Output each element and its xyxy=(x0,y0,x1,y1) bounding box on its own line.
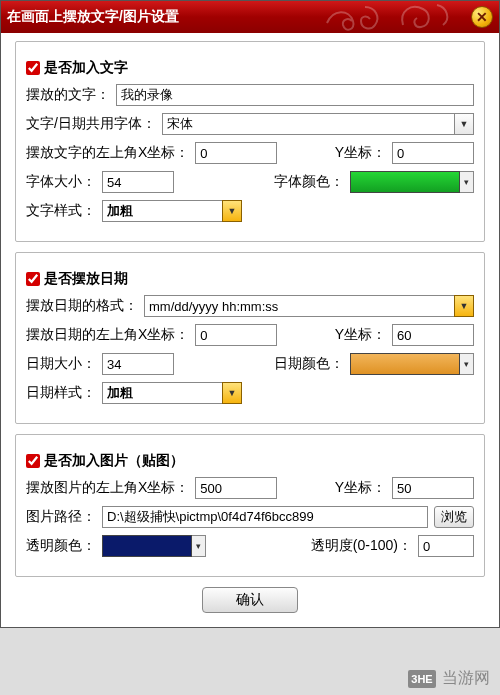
text-y-input[interactable] xyxy=(392,142,474,164)
opacity-input[interactable] xyxy=(418,535,474,557)
font-select[interactable] xyxy=(162,113,454,135)
date-y-input[interactable] xyxy=(392,324,474,346)
date-style-label: 日期样式： xyxy=(26,384,96,402)
close-button[interactable]: ✕ xyxy=(471,6,493,28)
date-style-dropdown-button[interactable]: ▼ xyxy=(222,382,242,404)
image-x-label: 摆放图片的左上角X坐标： xyxy=(26,479,189,497)
date-format-label: 摆放日期的格式： xyxy=(26,297,138,315)
opacity-label: 透明度(0-100)： xyxy=(311,537,412,555)
date-size-input[interactable] xyxy=(102,353,174,375)
text-size-input[interactable] xyxy=(102,171,174,193)
titlebar-decoration xyxy=(319,0,459,33)
text-x-label: 摆放文字的左上角X坐标： xyxy=(26,144,189,162)
text-color-swatch[interactable] xyxy=(350,171,460,193)
font-label: 文字/日期共用字体： xyxy=(26,115,156,133)
enable-image-label: 是否加入图片（贴图） xyxy=(44,452,184,470)
date-format-select[interactable] xyxy=(144,295,454,317)
titlebar: 在画面上摆放文字/图片设置 ✕ xyxy=(1,1,499,33)
image-x-input[interactable] xyxy=(195,477,277,499)
trans-color-swatch[interactable] xyxy=(102,535,192,557)
text-y-label: Y坐标： xyxy=(335,144,386,162)
image-path-label: 图片路径： xyxy=(26,508,96,526)
watermark-text: 当游网 xyxy=(442,668,490,689)
close-icon: ✕ xyxy=(476,9,488,25)
date-size-label: 日期大小： xyxy=(26,355,96,373)
image-path-input[interactable] xyxy=(102,506,428,528)
settings-window: 在画面上摆放文字/图片设置 ✕ 是否加入文字 摆放的文字： 文字/日期共用字体：… xyxy=(0,0,500,628)
watermark-logo: 3HE xyxy=(408,670,436,688)
watermark: 3HE 当游网 xyxy=(408,668,490,689)
window-body: 是否加入文字 摆放的文字： 文字/日期共用字体： ▼ 摆放文字的左上角X坐标： … xyxy=(1,33,499,627)
date-color-dropdown-button[interactable]: ▾ xyxy=(460,353,474,375)
date-x-label: 摆放日期的左上角X坐标： xyxy=(26,326,189,344)
text-color-label: 字体颜色： xyxy=(274,173,344,191)
text-content-input[interactable] xyxy=(116,84,474,106)
enable-date-label: 是否摆放日期 xyxy=(44,270,128,288)
enable-image-checkbox[interactable] xyxy=(26,454,40,468)
text-style-label: 文字样式： xyxy=(26,202,96,220)
enable-text-label: 是否加入文字 xyxy=(44,59,128,77)
enable-date-checkbox[interactable] xyxy=(26,272,40,286)
font-dropdown-button[interactable]: ▼ xyxy=(454,113,474,135)
confirm-button[interactable]: 确认 xyxy=(202,587,298,613)
date-color-swatch[interactable] xyxy=(350,353,460,375)
text-style-select[interactable] xyxy=(102,200,222,222)
date-x-input[interactable] xyxy=(195,324,277,346)
text-size-label: 字体大小： xyxy=(26,173,96,191)
trans-color-dropdown-button[interactable]: ▾ xyxy=(192,535,206,557)
text-style-dropdown-button[interactable]: ▼ xyxy=(222,200,242,222)
window-title: 在画面上摆放文字/图片设置 xyxy=(7,8,179,26)
text-content-label: 摆放的文字： xyxy=(26,86,110,104)
date-style-select[interactable] xyxy=(102,382,222,404)
text-x-input[interactable] xyxy=(195,142,277,164)
date-section: 是否摆放日期 摆放日期的格式： ▼ 摆放日期的左上角X坐标： Y坐标： 日期大小… xyxy=(15,252,485,424)
image-y-label: Y坐标： xyxy=(335,479,386,497)
image-section: 是否加入图片（贴图） 摆放图片的左上角X坐标： Y坐标： 图片路径： 浏览 透明… xyxy=(15,434,485,577)
enable-text-checkbox[interactable] xyxy=(26,61,40,75)
date-y-label: Y坐标： xyxy=(335,326,386,344)
date-color-label: 日期颜色： xyxy=(274,355,344,373)
trans-color-label: 透明颜色： xyxy=(26,537,96,555)
text-color-dropdown-button[interactable]: ▾ xyxy=(460,171,474,193)
image-y-input[interactable] xyxy=(392,477,474,499)
text-section: 是否加入文字 摆放的文字： 文字/日期共用字体： ▼ 摆放文字的左上角X坐标： … xyxy=(15,41,485,242)
browse-button[interactable]: 浏览 xyxy=(434,506,474,528)
date-format-dropdown-button[interactable]: ▼ xyxy=(454,295,474,317)
